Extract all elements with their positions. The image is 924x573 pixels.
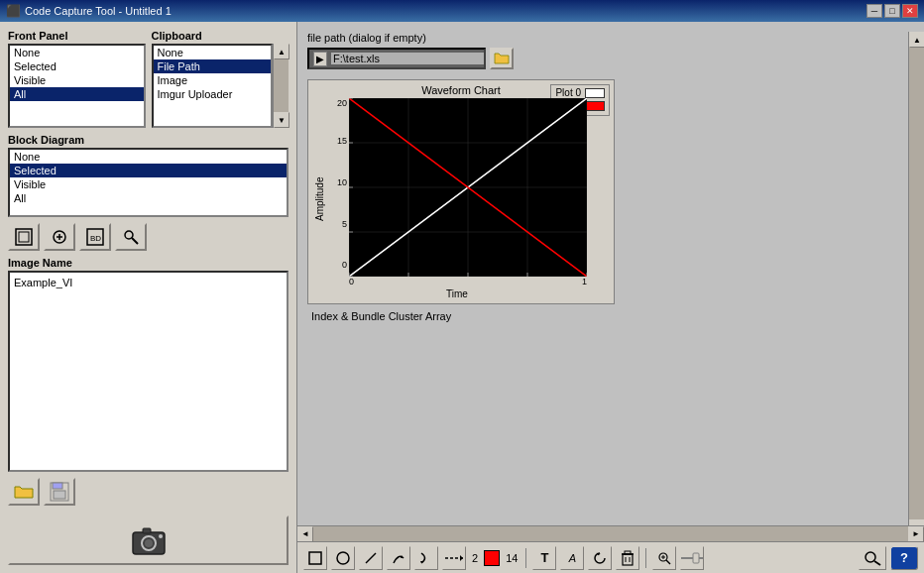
save-vi-button[interactable] [44, 478, 75, 506]
svg-rect-17 [309, 552, 321, 564]
h-scroll-track[interactable] [313, 526, 908, 542]
minimize-button[interactable]: ─ [866, 4, 882, 18]
cb-filepath[interactable]: File Path [154, 59, 272, 73]
text-icon: T [540, 550, 548, 565]
clipboard-list[interactable]: None File Path Image Imgur Uploader [152, 44, 274, 128]
left-panel: Front Panel None Selected Visible All Cl… [0, 22, 297, 573]
file-browse-button[interactable] [490, 48, 514, 69]
chart-y-label: Amplitude [312, 98, 327, 299]
block-diagram-label: Block Diagram [8, 134, 289, 146]
cb-imgur[interactable]: Imgur Uploader [154, 87, 272, 101]
maximize-button[interactable]: □ [884, 4, 900, 18]
app-icon: ⬛ [6, 4, 21, 18]
bd-none[interactable]: None [10, 150, 287, 164]
right-panel: ▲ ▼ file path (dialog if empty) ▶ [297, 22, 924, 573]
image-name-section: Image Name Example_VI [8, 257, 289, 472]
cb-scroll-track [274, 59, 289, 112]
color-selector[interactable] [484, 550, 500, 566]
svg-rect-27 [625, 551, 631, 554]
waveform-canvas [349, 98, 587, 277]
cb-scroll-up[interactable]: ▲ [274, 44, 289, 59]
image-name-input[interactable]: Example_VI [8, 271, 289, 472]
window-controls: ─ □ ✕ [866, 4, 918, 18]
waveform-chart-container: Waveform Chart Plot 0 Plot 1 [307, 79, 615, 304]
search-button[interactable] [859, 546, 886, 570]
slider-control[interactable] [680, 546, 704, 570]
svg-rect-10 [53, 483, 62, 489]
clipboard-section: Clipboard None File Path Image Imgur Upl… [152, 30, 289, 128]
text-tool-button[interactable]: T [532, 546, 556, 570]
y-axis-labels: 20 15 10 5 0 [327, 98, 349, 277]
dash-tool-button[interactable] [442, 546, 466, 570]
circle-tool-button[interactable] [331, 546, 355, 570]
svg-point-7 [125, 231, 133, 239]
line-width-label: 14 [504, 552, 520, 564]
svg-rect-35 [693, 553, 699, 563]
fp-selected[interactable]: Selected [10, 59, 144, 73]
front-panel-label: Front Panel [8, 30, 146, 42]
index-bundle-label: Index & Bundle Cluster Array [311, 310, 904, 322]
title-bar: ⬛ Code Capture Tool - Untitled 1 ─ □ ✕ [0, 0, 924, 22]
open-folder-button[interactable] [8, 478, 40, 506]
file-path-section: file path (dialog if empty) ▶ [307, 32, 904, 69]
tool-button-1[interactable] [8, 223, 40, 251]
file-path-display: ▶ [307, 48, 486, 69]
tool-button-3[interactable]: BD [79, 223, 111, 251]
legend-plot0-label: Plot 0 [555, 87, 581, 98]
help-button[interactable]: ? [890, 546, 918, 570]
cb-image[interactable]: Image [154, 73, 272, 87]
curve-tool-button[interactable] [414, 546, 438, 570]
svg-line-37 [874, 561, 880, 565]
tool-buttons: BD [8, 223, 289, 251]
file-path-collapse[interactable]: ▶ [313, 52, 327, 66]
font-icon: A [569, 552, 576, 564]
scroll-track[interactable] [909, 48, 924, 519]
chart-canvas-wrap: 20 15 10 5 0 0 [327, 98, 587, 299]
cb-scroll-down[interactable]: ▼ [274, 112, 289, 128]
legend-plot0: Plot 0 [555, 87, 605, 98]
bd-all[interactable]: All [10, 191, 287, 205]
toolbar-separator-2 [645, 548, 646, 568]
rect-tool-button[interactable] [303, 546, 327, 570]
svg-rect-25 [623, 554, 633, 565]
cb-none[interactable]: None [154, 46, 272, 59]
scroll-down-arrow[interactable]: ▼ [909, 519, 924, 525]
capture-button[interactable] [8, 516, 289, 565]
svg-line-8 [132, 238, 138, 244]
fp-visible[interactable]: Visible [10, 73, 144, 87]
delete-button[interactable] [616, 546, 639, 570]
zoom-button[interactable] [652, 546, 676, 570]
block-diagram-section: Block Diagram None Selected Visible All [8, 134, 289, 217]
arc-tool-button[interactable] [387, 546, 410, 570]
tool-button-4[interactable] [115, 223, 147, 251]
clipboard-label: Clipboard [152, 30, 289, 42]
svg-rect-0 [16, 229, 32, 245]
horizontal-scrollbar: ◄ ► [297, 525, 924, 541]
svg-rect-34 [681, 557, 703, 559]
fp-all[interactable]: All [10, 87, 144, 101]
x-axis-labels: 0 1 [327, 277, 587, 286]
vi-panel: file path (dialog if empty) ▶ [307, 32, 904, 322]
scroll-right-arrow[interactable]: ► [908, 526, 924, 542]
undo-button[interactable] [588, 546, 612, 570]
chart-with-axes: 20 15 10 5 0 [327, 98, 587, 277]
front-panel-list[interactable]: None Selected Visible All [8, 44, 146, 128]
top-selectors: Front Panel None Selected Visible All Cl… [8, 30, 289, 128]
svg-marker-23 [460, 555, 463, 561]
close-button[interactable]: ✕ [902, 4, 918, 18]
svg-rect-11 [54, 491, 65, 499]
chart-inner: Amplitude 20 15 10 5 0 [312, 98, 610, 299]
bottom-file-buttons [8, 478, 289, 506]
file-path-input[interactable] [331, 53, 484, 64]
bottom-toolbar: 2 14 T A [297, 541, 924, 573]
fp-none[interactable]: None [10, 46, 144, 59]
bd-visible[interactable]: Visible [10, 177, 287, 191]
font-tool-button[interactable]: A [560, 546, 584, 570]
line-tool-button[interactable] [359, 546, 383, 570]
toolbar-separator-1 [525, 548, 526, 568]
tool-button-2[interactable] [44, 223, 75, 251]
bd-selected[interactable]: Selected [10, 164, 287, 177]
scroll-left-arrow[interactable]: ◄ [297, 526, 313, 542]
block-diagram-list[interactable]: None Selected Visible All [8, 148, 289, 217]
scroll-up-arrow[interactable]: ▲ [909, 32, 924, 48]
